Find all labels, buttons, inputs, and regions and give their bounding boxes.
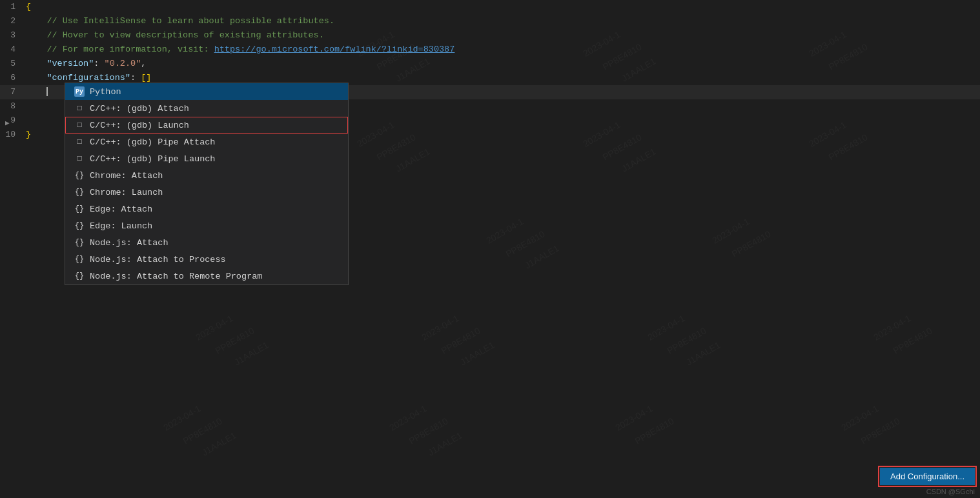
line-number-9: 9 bbox=[0, 114, 26, 128]
line-number-4: 4 bbox=[0, 43, 26, 57]
code-line-2: 2 // Use IntelliSense to learn about pos… bbox=[0, 14, 980, 28]
dropdown-item-nodejs-attach-proc[interactable]: {} Node.js: Attach to Process bbox=[65, 251, 348, 268]
line-content-1: { bbox=[26, 0, 31, 14]
line-content-4: // For more information, visit: https://… bbox=[26, 43, 454, 57]
code-line-5: 5 "version": "0.2.0", bbox=[0, 57, 980, 71]
dropdown-item-cpp-gdb-pipe-launch[interactable]: □ C/C++: (gdb) Pipe Launch bbox=[65, 150, 348, 167]
line-number-5: 5 bbox=[0, 57, 26, 71]
dropdown-item-cpp-gdb-attach[interactable]: □ C/C++: (gdb) Attach bbox=[65, 100, 348, 117]
curly-icon-3: {} bbox=[73, 204, 86, 214]
dropdown-item-edge-attach[interactable]: {} Edge: Attach bbox=[65, 201, 348, 217]
dropdown-item-nodejs-attach-proc-label: Node.js: Attach to Process bbox=[90, 255, 226, 264]
curly-icon-7: {} bbox=[73, 272, 86, 281]
code-line-1: 1 { bbox=[0, 0, 980, 14]
line-content-7 bbox=[26, 85, 48, 99]
square-icon-4: □ bbox=[73, 154, 86, 163]
square-icon-2: □ bbox=[73, 121, 86, 130]
dropdown-item-chrome-launch[interactable]: {} Chrome: Launch bbox=[65, 184, 348, 201]
line-content-10: } bbox=[26, 128, 31, 142]
curly-icon-2: {} bbox=[73, 188, 86, 197]
dropdown-menu: Py Python □ C/C++: (gdb) Attach □ C/C++:… bbox=[65, 83, 349, 285]
line-number-8: 8 bbox=[0, 99, 26, 114]
dropdown-item-chrome-attach[interactable]: {} Chrome: Attach bbox=[65, 167, 348, 184]
square-icon-3: □ bbox=[73, 137, 86, 146]
dropdown-item-cpp-gdb-pipe-attach-label: C/C++: (gdb) Pipe Attach bbox=[90, 137, 215, 147]
curly-icon-5: {} bbox=[73, 238, 86, 247]
curly-icon-6: {} bbox=[73, 255, 86, 264]
dropdown-item-python[interactable]: Py Python bbox=[65, 83, 348, 100]
square-icon-1: □ bbox=[73, 104, 86, 113]
line-number-2: 2 bbox=[0, 14, 26, 28]
curly-icon-4: {} bbox=[73, 221, 86, 230]
line-number-3: 3 bbox=[0, 28, 26, 43]
dropdown-item-nodejs-attach-remote-label: Node.js: Attach to Remote Program bbox=[90, 272, 262, 281]
dropdown-item-nodejs-attach-remote[interactable]: {} Node.js: Attach to Remote Program bbox=[65, 268, 348, 284]
line-content-3: // Hover to view descriptions of existin… bbox=[26, 28, 324, 43]
dropdown-item-cpp-gdb-launch[interactable]: □ C/C++: (gdb) Launch bbox=[65, 117, 348, 134]
dropdown-item-edge-attach-label: Edge: Attach bbox=[90, 204, 152, 214]
editor-area: 2023-04-1 PP8E4810 J1AALE1 2023-04-1 PP8… bbox=[0, 0, 980, 498]
code-line-4: 4 // For more information, visit: https:… bbox=[0, 43, 980, 57]
dropdown-item-edge-launch[interactable]: {} Edge: Launch bbox=[65, 217, 348, 234]
dropdown-item-python-label: Python bbox=[90, 87, 121, 97]
dropdown-item-nodejs-attach-label: Node.js: Attach bbox=[90, 238, 168, 248]
line-number-1: 1 bbox=[0, 0, 26, 14]
line-content-5: "version": "0.2.0", bbox=[26, 57, 146, 71]
curly-icon-1: {} bbox=[73, 171, 86, 180]
add-configuration-button[interactable]: Add Configuration... bbox=[880, 468, 975, 485]
line-content-2: // Use IntelliSense to learn about possi… bbox=[26, 14, 334, 28]
fold-icon: ▶ bbox=[5, 116, 10, 130]
bottom-credit: CSDN @SGchi bbox=[926, 488, 975, 495]
line-number-6: 6 bbox=[0, 71, 26, 85]
dropdown-item-chrome-launch-label: Chrome: Launch bbox=[90, 188, 163, 197]
dropdown-item-cpp-gdb-pipe-launch-label: C/C++: (gdb) Pipe Launch bbox=[90, 154, 215, 164]
dropdown-item-cpp-gdb-launch-label: C/C++: (gdb) Launch bbox=[90, 121, 189, 130]
code-line-3: 3 // Hover to view descriptions of exist… bbox=[0, 28, 980, 43]
dropdown-item-nodejs-attach[interactable]: {} Node.js: Attach bbox=[65, 234, 348, 251]
dropdown-item-chrome-attach-label: Chrome: Attach bbox=[90, 171, 163, 181]
dropdown-item-cpp-gdb-attach-label: C/C++: (gdb) Attach bbox=[90, 104, 189, 114]
dropdown-item-cpp-gdb-pipe-attach[interactable]: □ C/C++: (gdb) Pipe Attach bbox=[65, 134, 348, 150]
line-number-7: 7 bbox=[0, 85, 26, 99]
python-icon: Py bbox=[73, 86, 86, 97]
dropdown-item-edge-launch-label: Edge: Launch bbox=[90, 221, 152, 231]
line-number-10: 10 bbox=[0, 128, 26, 142]
